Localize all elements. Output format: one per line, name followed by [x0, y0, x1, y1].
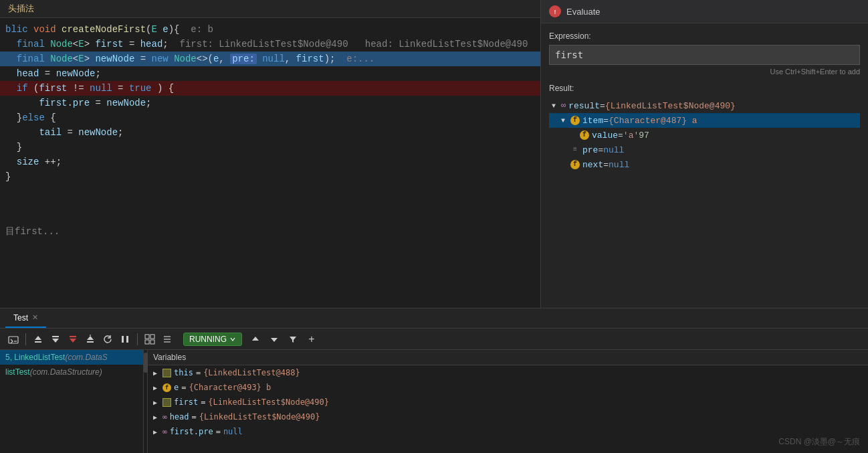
bottom-tabs: Test ✕ — [0, 308, 868, 329]
var-row-head[interactable]: ▶ ∞ head = {LinkedListTest$Node@490} — [148, 410, 868, 424]
tree-collapse-arrow[interactable]: ▼ — [552, 102, 561, 110]
result-item-row[interactable]: ▼ f item = {Character@487} a — [549, 113, 860, 128]
toolbar-left — [5, 331, 175, 347]
code-line: final Node<E> first = head; first: Linke… — [0, 37, 540, 52]
evaluate-body: Expression: Use Ctrl+Shift+Enter to add … — [541, 23, 868, 308]
var-arrow-this[interactable]: ▶ — [153, 369, 162, 377]
tab-close-icon[interactable]: ✕ — [32, 313, 38, 322]
var-row-this[interactable]: ▶ this = {LinkedListTest@488} — [148, 365, 868, 380]
watermark: CSDN @淡墨@～无痕 — [778, 436, 860, 448]
svg-rect-11 — [145, 340, 149, 344]
running-label: RUNNING — [189, 335, 227, 344]
svg-text:!: ! — [553, 9, 556, 16]
list-button[interactable] — [159, 331, 175, 347]
var-row-first[interactable]: ▶ first = {LinkedListTest$Node@490} — [148, 395, 868, 410]
var-arrow-e[interactable]: ▶ — [153, 384, 162, 391]
frames-panel: 5, LinkedListTest (com.DataS listTest (c… — [0, 350, 144, 453]
inf-icon-fp: ∞ — [162, 428, 167, 436]
step-down-button[interactable] — [47, 331, 64, 347]
console-button[interactable] — [5, 331, 21, 347]
code-content: blic void createNodeFirst(E e){ e: b fin… — [0, 18, 540, 243]
step-up-button[interactable] — [30, 331, 46, 347]
code-line: blic void createNodeFirst(E e){ e: b — [0, 22, 540, 37]
main-area: 头插法 blic void createNodeFirst(E e){ e: b… — [0, 0, 868, 308]
add-button[interactable]: + — [304, 331, 320, 347]
svg-rect-5 — [52, 336, 59, 337]
result-tree: ▼ ∞ result = {LinkedListTest$Node@490} ▼… — [549, 98, 860, 172]
rect-icon-this — [162, 369, 171, 377]
evaluate-panel: ! Evaluate Expression: Use Ctrl+Shift+En… — [540, 0, 868, 308]
inf-icon-head: ∞ — [162, 413, 167, 422]
code-line: head = newNode; — [0, 66, 540, 81]
tree-item-arrow[interactable]: ▼ — [561, 117, 570, 124]
code-line: size ++; — [0, 155, 540, 169]
expression-label: Expression: — [549, 31, 860, 41]
filter-button[interactable] — [285, 331, 301, 347]
code-line: }else { — [0, 110, 540, 125]
bottom-toolbar: RUNNING + — [0, 329, 868, 350]
result-pre-row[interactable]: ≡ pre = null — [549, 143, 860, 157]
pause-button[interactable] — [117, 331, 133, 347]
code-line-highlighted: final Node<E> newNode = new Node<>(e, pr… — [0, 52, 540, 66]
code-line: } — [0, 140, 540, 155]
result-root-row[interactable]: ▼ ∞ result = {LinkedListTest$Node@490} — [549, 98, 860, 113]
svg-rect-12 — [150, 340, 154, 344]
var-row-first-pre[interactable]: ▶ ∞ first.pre = null — [148, 424, 868, 439]
f-icon-e: f — [162, 383, 171, 392]
var-arrow-head[interactable]: ▶ — [153, 414, 162, 421]
result-next-row[interactable]: f next = null — [549, 157, 860, 172]
eval-hint: Use Ctrl+Shift+Enter to add — [549, 68, 860, 76]
var-arrow-first[interactable]: ▶ — [153, 399, 162, 406]
svg-rect-2 — [9, 337, 18, 343]
f-icon-value: f — [580, 130, 589, 140]
f-icon: f — [570, 116, 580, 125]
infinity-icon: ∞ — [561, 101, 566, 110]
bottom-main: 5, LinkedListTest (com.DataS listTest (c… — [0, 350, 868, 453]
frame-item-1[interactable]: 5, LinkedListTest (com.DataS — [0, 350, 143, 365]
result-label: Result: — [549, 84, 860, 93]
f-icon-next: f — [570, 160, 580, 169]
refresh-button[interactable] — [100, 331, 116, 347]
evaluate-header: ! Evaluate — [541, 0, 868, 23]
nav-down-button[interactable] — [266, 331, 282, 347]
expression-input[interactable] — [549, 45, 860, 65]
code-line: first.pre = newNode; — [0, 96, 540, 110]
evaluate-title: Evaluate — [566, 7, 601, 17]
step-out-button[interactable] — [82, 331, 98, 347]
code-panel: 头插法 blic void createNodeFirst(E e){ e: b… — [0, 0, 540, 308]
svg-rect-6 — [70, 336, 76, 337]
svg-rect-7 — [87, 341, 94, 343]
nav-up-button[interactable] — [247, 331, 263, 347]
code-line: tail = newNode; — [0, 125, 540, 140]
stack-down-button[interactable] — [65, 331, 81, 347]
rect-icon-first — [162, 398, 171, 407]
svg-rect-9 — [145, 335, 149, 339]
svg-rect-10 — [150, 335, 154, 339]
bottom-panel: Test ✕ — [0, 308, 868, 453]
result-value-row[interactable]: f value = 'a' 97 — [549, 128, 860, 143]
code-line: } — [0, 169, 540, 184]
running-dropdown[interactable]: RUNNING — [183, 333, 242, 346]
var-row-e[interactable]: ▶ f e = {Character@493} b — [148, 380, 868, 395]
variables-panel: Variables ▶ this = {LinkedListTest@488} … — [148, 350, 868, 453]
code-line-dark: if (first != null = true ) { — [0, 81, 540, 96]
pre-icon: ≡ — [570, 145, 580, 155]
grid-button[interactable] — [142, 331, 158, 347]
toolbar-sep2 — [137, 333, 138, 345]
evaluate-icon: ! — [549, 5, 561, 17]
scrollbar-thumb[interactable] — [144, 353, 148, 373]
var-arrow-fp[interactable]: ▶ — [153, 428, 162, 436]
frame-item-2[interactable]: listTest (com.DataStructure) — [0, 365, 143, 379]
scroll-indicator: 目first... — [0, 224, 540, 239]
tab-test-label: Test — [13, 313, 28, 323]
svg-rect-4 — [35, 341, 41, 343]
toolbar-separator — [25, 333, 26, 345]
tab-test[interactable]: Test ✕ — [5, 308, 46, 328]
code-title: 头插法 — [0, 0, 540, 18]
variables-header: Variables — [148, 350, 868, 365]
